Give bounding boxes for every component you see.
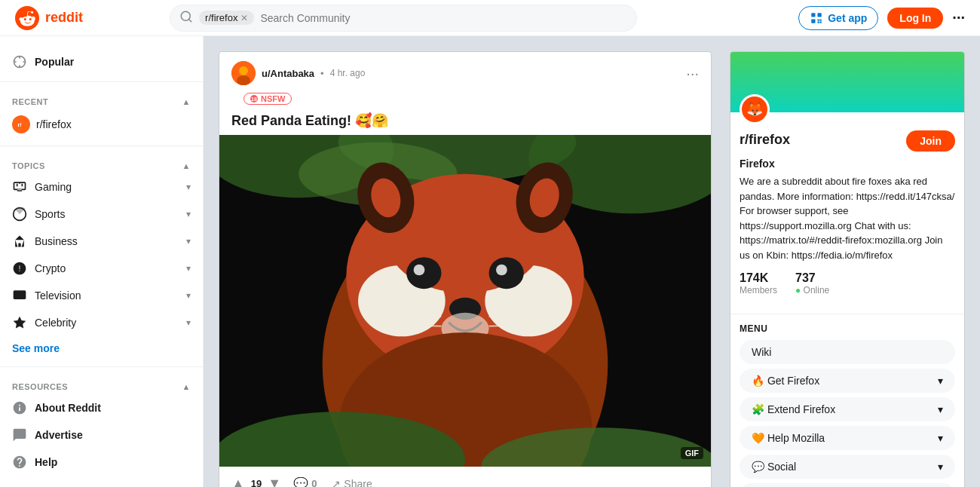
gaming-icon: [12, 179, 27, 194]
menu-social-button[interactable]: 💬 Social ▾: [740, 455, 955, 479]
more-menu-button[interactable]: ···: [952, 9, 965, 26]
menu-get-support-button[interactable]: 🙋 Get Support ▾: [740, 483, 955, 487]
share-icon: ↗: [332, 478, 341, 488]
header: reddit r/firefox ✕ Get app Log In ···: [0, 0, 980, 36]
menu-extend-firefox-button[interactable]: 🧩 Extend Firefox ▾: [740, 397, 955, 421]
community-name: r/firefox: [740, 132, 790, 148]
get-app-button[interactable]: Get app: [798, 6, 878, 30]
recent-section[interactable]: RECENT ▲: [0, 88, 203, 109]
community-banner: 🦊: [730, 52, 964, 112]
comment-icon: 💬: [293, 476, 308, 487]
resources-section-label: RESOURCES: [12, 382, 68, 391]
topic-crypto-left: Crypto: [12, 261, 66, 276]
gaming-chevron: ▾: [186, 182, 191, 192]
post-username[interactable]: u/Antabaka: [262, 68, 314, 79]
get-firefox-emoji: 🔥: [752, 375, 767, 387]
sidebar-item-popular[interactable]: Popular: [0, 48, 203, 75]
post-avatar[interactable]: [231, 61, 256, 85]
post-card: u/Antabaka • 4 hr. ago ··· 18 NSFW Red P…: [219, 51, 712, 487]
menu-help-mozilla-button[interactable]: 🧡 Help Mozilla ▾: [740, 426, 955, 450]
search-input[interactable]: [260, 12, 627, 24]
reddit-logo[interactable]: reddit: [15, 6, 83, 30]
business-icon: [12, 234, 27, 249]
svg-rect-7: [820, 19, 822, 20]
post-time: 4 hr. ago: [330, 68, 366, 78]
svg-rect-13: [14, 290, 26, 299]
svg-rect-6: [818, 19, 819, 20]
search-bar[interactable]: r/firefox ✕: [170, 5, 637, 32]
search-tag: r/firefox ✕: [199, 11, 254, 25]
svg-text:r/: r/: [17, 121, 22, 128]
sidebar-item-business[interactable]: Business ▾: [0, 228, 203, 255]
sidebar-item-advertise[interactable]: Advertise: [0, 421, 203, 449]
sports-icon: [12, 207, 27, 222]
topic-sports-left: Sports: [12, 207, 65, 222]
sidebar-item-celebrity[interactable]: Celebrity ▾: [0, 309, 203, 336]
sidebar-item-help[interactable]: Help: [0, 449, 203, 476]
svg-point-31: [406, 257, 441, 289]
post-title: Red Panda Eating! 🥰🤗: [219, 109, 711, 135]
about-icon: [12, 400, 27, 415]
page-layout: Popular RECENT ▲ r/ r/firefox TOPICS ▲ G…: [0, 0, 980, 487]
social-emoji: 💬: [752, 461, 767, 473]
get-app-label: Get app: [828, 12, 867, 24]
tv-label: Television: [35, 289, 81, 302]
post-dot-separator: •: [320, 68, 324, 79]
downvote-button[interactable]: ▼: [265, 473, 284, 487]
topic-celebrity-left: Celebrity: [12, 315, 76, 330]
menu-wiki-button[interactable]: Wiki: [740, 340, 955, 364]
svg-point-34: [496, 265, 507, 276]
post-header: u/Antabaka • 4 hr. ago ···: [219, 52, 711, 88]
svg-point-33: [414, 265, 425, 276]
gaming-label: Gaming: [35, 181, 72, 193]
sidebar-divider-3: [0, 366, 203, 367]
members-label: Members: [740, 285, 777, 296]
login-button[interactable]: Log In: [887, 8, 943, 29]
extend-firefox-chevron: ▾: [938, 403, 943, 415]
resources-section[interactable]: RESOURCES ▲: [0, 373, 203, 394]
recent-section-label: RECENT: [12, 97, 48, 106]
see-more-topics[interactable]: See more: [0, 336, 203, 360]
sports-label: Sports: [35, 208, 65, 220]
community-menu: MENU Wiki 🔥 Get Firefox ▾ 🧩: [730, 314, 964, 487]
members-count: 174K: [740, 271, 777, 285]
community-header-inner: 🦊: [740, 94, 770, 124]
topic-gaming-left: Gaming: [12, 179, 72, 194]
social-chevron: ▾: [938, 461, 943, 473]
community-title: Firefox: [740, 158, 955, 170]
resources-collapse-icon: ▲: [182, 382, 191, 391]
post-more-button[interactable]: ···: [686, 65, 699, 82]
svg-line-2: [189, 19, 191, 21]
help-mozilla-label: Help Mozilla: [767, 432, 825, 444]
vote-section: ▲ 19 ▼: [228, 473, 284, 487]
share-label: Share: [344, 478, 372, 488]
community-icon: 🦊: [740, 94, 770, 124]
sidebar-item-television[interactable]: Television ▾: [0, 282, 203, 309]
social-label: Social: [767, 461, 796, 473]
topics-section[interactable]: TOPICS ▲: [0, 152, 203, 173]
post-image-container[interactable]: GIF: [219, 135, 711, 467]
sidebar-item-gaming[interactable]: Gaming ▾: [0, 173, 203, 201]
tv-icon: [12, 288, 27, 303]
red-panda-svg: [219, 135, 711, 467]
help-mozilla-chevron: ▾: [938, 432, 943, 444]
crypto-label: Crypto: [35, 262, 66, 274]
get-firefox-chevron: ▾: [938, 375, 943, 387]
share-button[interactable]: ↗ Share: [326, 475, 378, 488]
sidebar-divider-2: [0, 145, 203, 146]
search-tag-close[interactable]: ✕: [240, 13, 248, 23]
post-meta: u/Antabaka • 4 hr. ago: [231, 61, 365, 85]
community-stats: 174K Members 737 ● Online: [740, 271, 955, 296]
menu-get-firefox-button[interactable]: 🔥 Get Firefox ▾: [740, 369, 955, 393]
sidebar-item-crypto[interactable]: Crypto ▾: [0, 255, 203, 282]
upvote-button[interactable]: ▲: [228, 473, 248, 487]
crypto-chevron: ▾: [186, 263, 191, 274]
logo-text: reddit: [45, 10, 83, 26]
sidebar-item-rfirefox[interactable]: r/ r/firefox: [0, 109, 203, 139]
sidebar-item-about[interactable]: About Reddit: [0, 394, 203, 421]
help-icon: [12, 455, 27, 470]
join-button[interactable]: Join: [906, 130, 955, 152]
comment-button[interactable]: 💬 0: [287, 473, 323, 487]
sidebar-item-sports[interactable]: Sports ▾: [0, 201, 203, 228]
post-image: GIF: [219, 135, 711, 467]
